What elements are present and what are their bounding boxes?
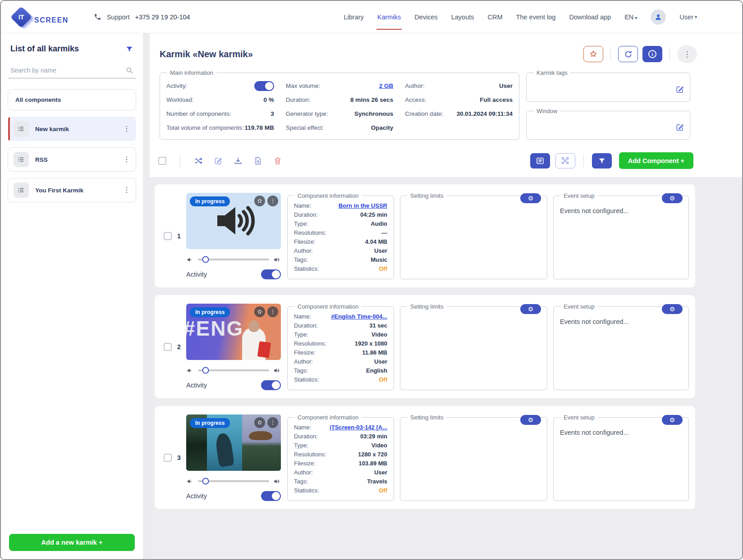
component-activity-toggle[interactable] <box>261 269 281 279</box>
filter-components-button[interactable] <box>592 153 612 168</box>
gear-icon: ⚙ <box>670 194 675 203</box>
support-phone-number[interactable]: +375 29 19 20-104 <box>135 14 190 21</box>
setting-limits-gear-button[interactable]: ⚙ <box>520 304 541 314</box>
author-label: Author: <box>294 358 313 365</box>
component-checkbox[interactable] <box>164 232 172 240</box>
search-icon[interactable] <box>125 66 133 74</box>
component-menu-button[interactable]: ⋮ <box>267 417 278 428</box>
karmik-item-menu-button[interactable]: ⋮ <box>123 156 130 163</box>
component-checkbox[interactable] <box>164 454 172 462</box>
sidebar-item-you-first-karmik[interactable]: You First Karmik ⋮ <box>8 178 136 202</box>
support-label[interactable]: Support <box>107 14 130 21</box>
nav-link-karmiks[interactable]: Karmiks <box>377 14 401 21</box>
setting-limits-gear-button[interactable]: ⚙ <box>520 415 541 425</box>
statistics-value: Off <box>379 487 387 494</box>
nav-link-layouts[interactable]: Layouts <box>451 14 474 21</box>
refresh-button[interactable] <box>618 46 638 62</box>
edit-components-button[interactable] <box>214 156 223 165</box>
list-icon <box>14 152 29 167</box>
delete-components-button[interactable] <box>273 156 282 165</box>
statistics-label: Statistics: <box>294 487 319 494</box>
add-new-karmik-button[interactable]: Add a new karmik + <box>9 534 135 551</box>
volume-slider[interactable] <box>198 369 269 371</box>
info-button[interactable]: i <box>642 46 662 62</box>
author-value: User <box>374 358 387 365</box>
author-value: User <box>499 82 513 89</box>
component-card-1: 1 In progress ⋮ <box>155 184 695 287</box>
edit-karmik-tags-button[interactable] <box>675 85 684 94</box>
component-activity-toggle[interactable] <box>261 491 281 501</box>
sidebar-item-new-karmik[interactable]: New karmik ⋮ <box>8 117 136 141</box>
list-view-button[interactable] <box>530 153 550 168</box>
add-component-button[interactable]: Add Component + <box>619 152 693 169</box>
more-options-button[interactable]: ⋮ <box>677 45 697 63</box>
karmik-item-menu-button[interactable]: ⋮ <box>123 187 130 194</box>
component-checkbox[interactable] <box>164 343 172 351</box>
components-list: 1 In progress ⋮ <box>150 177 742 559</box>
user-dropdown[interactable]: User▾ <box>679 14 697 21</box>
karmik-item-menu-button[interactable]: ⋮ <box>123 125 130 132</box>
type-label: Type: <box>294 331 308 338</box>
component-menu-button[interactable]: ⋮ <box>267 196 278 206</box>
event-setup-gear-button[interactable]: ⚙ <box>662 304 683 314</box>
shuffle-components-button[interactable] <box>194 156 203 165</box>
favorite-component-button[interactable] <box>254 306 265 317</box>
event-setup-legend: Event setup <box>561 414 597 421</box>
volume-slider[interactable] <box>198 480 269 482</box>
component-thumbnail[interactable]: In progress ⋮ <box>186 414 281 471</box>
event-setup-panel: Event setup ⚙ Events not configured... <box>553 414 689 501</box>
event-setup-gear-button[interactable]: ⚙ <box>662 193 683 203</box>
favorite-button[interactable] <box>583 46 603 62</box>
volume-slider-knob[interactable] <box>202 367 209 374</box>
sidebar-item-all-components[interactable]: All components <box>8 89 136 110</box>
component-name-link[interactable]: iTScreen-03-142 [A... <box>330 424 387 431</box>
component-thumbnail[interactable]: In progress ⋮ <box>186 193 281 249</box>
favorite-component-button[interactable] <box>254 196 265 206</box>
component-information-legend: Component information <box>295 414 361 421</box>
volume-slider[interactable] <box>198 259 269 260</box>
favorite-component-button[interactable] <box>254 417 265 428</box>
duration-label: Duration: <box>294 322 318 329</box>
event-setup-gear-button[interactable]: ⚙ <box>662 415 683 425</box>
nav-link-event-log[interactable]: The event log <box>516 14 556 21</box>
volume-slider-knob[interactable] <box>202 478 209 485</box>
component-name-link[interactable]: Born in the USSR <box>339 202 387 209</box>
activity-label: Activity <box>186 382 207 389</box>
thumbnail-text: #ENG <box>186 316 243 341</box>
list-icon <box>14 182 29 198</box>
download-components-button[interactable] <box>234 156 243 165</box>
name-label: Name: <box>294 424 311 431</box>
scheme-view-button[interactable] <box>555 153 575 168</box>
duration-value: 04:25 min <box>360 211 387 218</box>
component-thumbnail[interactable]: #ENG In progress ⋮ <box>186 304 281 360</box>
file-report-button[interactable] <box>253 156 262 165</box>
page-title: Karmik «New karmik» <box>160 49 253 59</box>
karmik-item-label: RSS <box>35 156 117 163</box>
setting-limits-gear-button[interactable]: ⚙ <box>520 193 541 203</box>
sidebar-filter-button[interactable] <box>125 45 133 53</box>
star-icon <box>257 419 263 426</box>
component-menu-button[interactable]: ⋮ <box>267 306 278 317</box>
workload-label: Workload: <box>166 96 194 103</box>
nav-link-crm[interactable]: CRM <box>488 14 503 21</box>
tags-label: Tags: <box>294 478 308 485</box>
component-name-link[interactable]: #English Time-004... <box>331 313 387 320</box>
language-dropdown[interactable]: EN▾ <box>624 14 637 21</box>
user-avatar[interactable] <box>651 9 666 25</box>
karmik-activity-toggle[interactable] <box>254 81 274 91</box>
generator-type-value: Synchronous <box>354 110 393 117</box>
events-status-text: Events not configured... <box>560 207 682 214</box>
itscreen-logo[interactable]: IT SCREEN <box>11 8 69 27</box>
nav-link-download-app[interactable]: Download app <box>569 14 611 21</box>
nodes-icon <box>561 156 569 165</box>
search-input[interactable] <box>10 67 122 74</box>
sidebar-item-rss[interactable]: RSS ⋮ <box>8 147 136 172</box>
edit-window-button[interactable] <box>675 123 684 132</box>
setting-limits-panel: Setting limits ⚙ <box>400 414 547 501</box>
component-activity-toggle[interactable] <box>261 380 281 390</box>
nav-link-library[interactable]: Library <box>344 14 363 21</box>
nav-link-devices[interactable]: Devices <box>414 14 438 21</box>
select-all-checkbox[interactable] <box>158 157 166 165</box>
max-volume-link[interactable]: 2 GB <box>379 82 394 89</box>
volume-slider-knob[interactable] <box>202 256 209 263</box>
